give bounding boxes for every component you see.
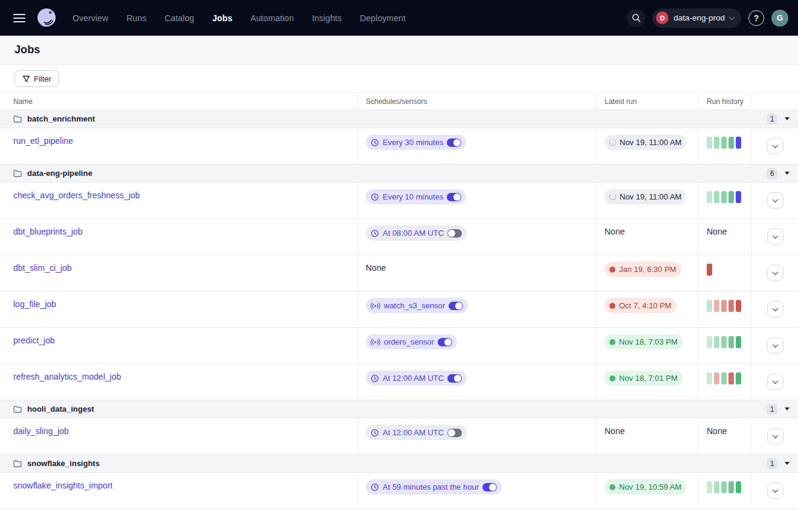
run-history-bar-in_progress[interactable] [736,137,741,149]
expand-row-button[interactable] [767,265,783,281]
run-history-bar-success[interactable] [721,481,727,493]
nav-item-runs[interactable]: Runs [126,13,146,23]
run-history-bar-success[interactable] [707,336,712,348]
job-link[interactable]: daily_sling_job [13,426,69,436]
run-history-bar-failure[interactable] [721,300,727,312]
clock-icon [371,483,379,491]
job-link[interactable]: predict_job [13,336,55,345]
nav-item-insights[interactable]: Insights [312,13,342,23]
group-collapse-caret-icon[interactable] [785,172,790,175]
run-history-bar-failure[interactable] [736,300,741,312]
run-history-bar-failure[interactable] [728,300,734,312]
run-history-bar-success[interactable] [714,481,719,493]
job-link[interactable]: dbt_slim_ci_job [13,263,72,273]
run-history-bar-success[interactable] [728,137,734,149]
deployment-switcher[interactable]: D data-eng-prod [652,8,741,28]
schedules-cell: orders_sensor [357,328,596,363]
job-link[interactable]: log_file_job [13,299,56,309]
schedule-pill[interactable]: Every 10 minutes [366,189,466,204]
run-history-bar-success[interactable] [714,191,719,203]
run-history-bar-success[interactable] [707,300,712,312]
run-history-bar-failure[interactable] [714,372,719,384]
run-history-bar-success[interactable] [714,137,719,149]
schedule-toggle[interactable] [447,138,461,147]
expand-row-button[interactable] [767,428,783,444]
sensor-toggle[interactable] [438,338,452,346]
schedule-toggle[interactable] [447,429,462,437]
group-row-snowflake_insights[interactable]: snowflake_insights1 [0,455,798,473]
latest-run-pill[interactable]: Nov 18, 7:01 PM [605,371,683,386]
latest-run-cell: Nov 18, 7:03 PM [596,328,698,363]
run-history-bar-success[interactable] [707,372,712,384]
search-button[interactable] [627,9,645,27]
schedule-toggle[interactable] [447,193,461,201]
run-history-bar-failure[interactable] [728,372,734,384]
sensor-pill[interactable]: watch_s3_sensor [366,298,468,313]
group-row-data-eng-pipeline[interactable]: data-eng-pipeline6 [0,164,798,183]
page-title: Jobs [15,44,40,56]
run-history-bar-success[interactable] [714,336,719,348]
expand-row-button[interactable] [767,229,783,245]
expand-cell [751,328,798,363]
run-history-bar-success[interactable] [736,336,741,348]
run-history-bar-success[interactable] [721,336,727,348]
expand-row-button[interactable] [767,337,783,354]
expand-row-button[interactable] [767,482,783,499]
expand-row-button[interactable] [767,192,783,209]
schedule-toggle[interactable] [447,229,462,238]
expand-row-button[interactable] [767,138,783,154]
run-history-bar-success[interactable] [707,481,712,493]
schedule-pill[interactable]: At 12:00 AM UTC [366,371,467,386]
group-row-batch_enrichment[interactable]: batch_enrichment1 [0,110,798,128]
job-link[interactable]: check_avg_orders_freshness_job [13,190,140,200]
nav-item-automation[interactable]: Automation [250,13,294,23]
run-history-bar-success[interactable] [721,372,727,384]
job-link[interactable]: dbt_blueprints_job [13,227,82,236]
nav-item-catalog[interactable]: Catalog [164,13,194,23]
latest-run-pill[interactable]: Nov 19, 11:00 AM [605,135,686,150]
run-history-bar-success[interactable] [721,137,727,149]
group-row-hooli_data_ingest[interactable]: hooli_data_ingest1 [0,400,798,418]
group-collapse-caret-icon[interactable] [785,117,790,120]
menu-icon[interactable] [13,14,25,22]
schedule-pill[interactable]: Every 30 minutes [366,135,466,150]
latest-run-pill[interactable]: Nov 19, 11:00 AM [605,189,686,204]
run-history-bar-success[interactable] [707,137,712,149]
run-history-bar-failure[interactable] [707,264,712,276]
job-link[interactable]: snowflake_insights_import [13,481,112,490]
run-history-bar-success[interactable] [721,191,727,203]
latest-run-pill[interactable]: Nov 18, 7:03 PM [605,334,683,349]
schedule-pill[interactable]: At 59 minutes past the hour [366,479,502,495]
expand-row-button[interactable] [767,301,783,317]
latest-run-pill[interactable]: Jan 19, 6:30 PM [605,262,681,277]
schedule-toggle[interactable] [482,483,497,491]
sensor-toggle[interactable] [449,302,463,310]
filter-button[interactable]: Filter [15,70,59,87]
group-collapse-caret-icon[interactable] [785,462,790,465]
nav-item-jobs[interactable]: Jobs [212,13,232,23]
run-history-bar-success[interactable] [728,191,734,203]
expand-row-button[interactable] [767,374,783,390]
avatar[interactable]: G [771,10,788,27]
schedule-pill[interactable]: At 12:00 AM UTC [366,425,467,440]
nav-item-overview[interactable]: Overview [73,13,108,23]
nav-item-deployment[interactable]: Deployment [360,13,406,23]
latest-run-pill[interactable]: Nov 19, 10:59 AM [605,479,686,495]
group-collapse-caret-icon[interactable] [785,407,790,410]
schedule-pill[interactable]: At 08:00 AM UTC [366,225,467,241]
job-name-cell: dbt_slim_ci_job [0,255,357,291]
run-history-bar-in_progress[interactable] [736,191,741,203]
job-link[interactable]: run_etl_pipeline [13,136,73,146]
job-link[interactable]: refresh_analytics_model_job [13,372,121,381]
run-history-bar-success[interactable] [736,481,741,493]
latest-run-pill[interactable]: Oct 7, 4:10 PM [605,298,676,313]
sensor-pill[interactable]: orders_sensor [366,334,457,349]
run-history-bar-success[interactable] [728,336,734,348]
schedule-toggle[interactable] [447,374,462,383]
help-button[interactable]: ? [748,10,764,26]
run-history-bar-success[interactable] [736,372,741,384]
run-history-bar-success[interactable] [707,191,712,203]
dagster-logo-icon[interactable] [35,7,58,30]
run-history-bar-success[interactable] [728,481,734,493]
run-history-bar-failure[interactable] [714,300,719,312]
